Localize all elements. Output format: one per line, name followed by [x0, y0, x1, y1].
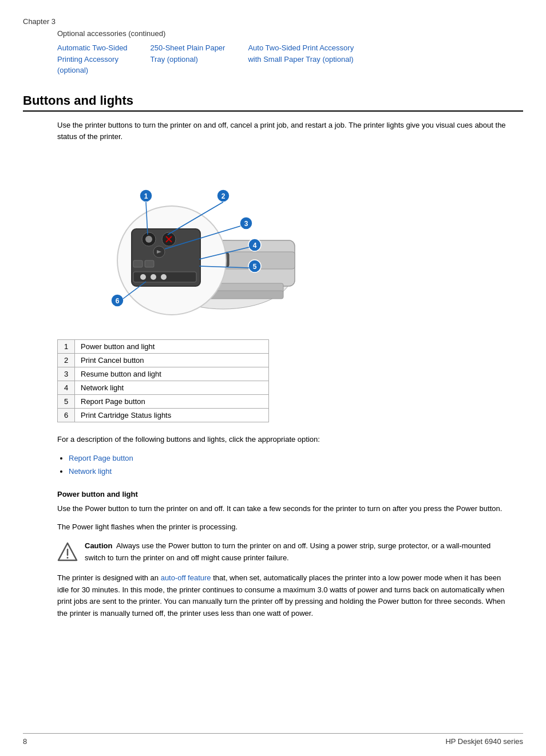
svg-rect-16: [145, 260, 154, 267]
power-para2: The Power light flashes when the printer…: [23, 521, 523, 533]
table-cell-num: 1: [58, 340, 75, 354]
caution-box: Caution Always use the Power button to t…: [23, 540, 523, 564]
table-row: 4 Network light: [58, 381, 269, 395]
accessories-row: Automatic Two-SidedPrinting Accessory(op…: [23, 42, 523, 76]
svg-text:5: 5: [253, 263, 257, 271]
footer-bar: 8 HP Deskjet 6940 series: [23, 733, 523, 746]
svg-point-9: [145, 236, 152, 243]
svg-text:6: 6: [116, 297, 120, 305]
table-cell-label: Print Cancel button: [75, 354, 269, 367]
auto-off-pre: The printer is designed with an: [57, 573, 161, 582]
footer-page-number: 8: [23, 737, 27, 746]
footer-product-name: HP Deskjet 6940 series: [445, 737, 523, 746]
bullet-list: Report Page button Network light: [23, 452, 523, 478]
svg-point-20: [161, 274, 167, 280]
table-cell-num: 4: [58, 381, 75, 395]
accessory-link-1[interactable]: Automatic Two-SidedPrinting Accessory(op…: [57, 42, 128, 76]
svg-text:1: 1: [144, 192, 148, 200]
power-para1: Use the Power button to turn the printer…: [23, 503, 523, 515]
description-text: For a description of the following butto…: [23, 434, 523, 446]
caution-label: Caution: [85, 541, 112, 550]
optional-accessories-label: Optional accessories (continued): [57, 29, 523, 38]
table-row: 2 Print Cancel button: [58, 354, 269, 367]
svg-text:3: 3: [244, 220, 248, 228]
svg-point-41: [67, 557, 69, 559]
svg-point-19: [151, 274, 156, 280]
auto-off-para: The printer is designed with an auto-off…: [23, 572, 523, 620]
auto-off-feature-link[interactable]: auto-off feature: [161, 573, 211, 582]
table-cell-label: Resume button and light: [75, 367, 269, 381]
printer-diagram-svg: 1 2 3 4 5 6: [57, 155, 298, 326]
caution-body: Always use the Power button to turn the …: [85, 541, 490, 562]
table-cell-num: 3: [58, 367, 75, 381]
accessory-link-2[interactable]: 250-Sheet Plain PaperTray (optional): [151, 42, 225, 76]
table-cell-label: Print Cartridge Status lights: [75, 409, 269, 422]
svg-text:2: 2: [221, 192, 225, 200]
table-row: 3 Resume button and light: [58, 367, 269, 381]
report-page-button-link[interactable]: Report Page button: [69, 454, 133, 462]
table-row: 6 Print Cartridge Status lights: [58, 409, 269, 422]
intro-text: Use the printer buttons to turn the prin…: [23, 120, 523, 144]
caution-text: Caution Always use the Power button to t…: [85, 540, 506, 564]
list-item: Network light: [69, 465, 523, 478]
table-cell-label: Report Page button: [75, 395, 269, 409]
section-title: Buttons and lights: [23, 93, 523, 112]
table-cell-num: 2: [58, 354, 75, 367]
table-cell-num: 5: [58, 395, 75, 409]
svg-text:4: 4: [253, 242, 257, 250]
subsection-title-power: Power button and light: [23, 490, 523, 498]
printer-diagram-area: 1 2 3 4 5 6: [23, 155, 523, 328]
svg-rect-15: [133, 260, 143, 267]
caution-icon: [57, 541, 78, 562]
network-light-link[interactable]: Network light: [69, 467, 112, 476]
list-item: Report Page button: [69, 452, 523, 465]
table-cell-label: Power button and light: [75, 340, 269, 354]
chapter-label: Chapter 3: [23, 17, 523, 26]
buttons-lights-table: 1 Power button and light 2 Print Cancel …: [57, 339, 269, 422]
table-row: 1 Power button and light: [58, 340, 269, 354]
accessory-link-3[interactable]: Auto Two-Sided Print Accessorywith Small…: [248, 42, 354, 76]
table-cell-num: 6: [58, 409, 75, 422]
svg-point-18: [140, 274, 146, 280]
table-cell-label: Network light: [75, 381, 269, 395]
table-row: 5 Report Page button: [58, 395, 269, 409]
